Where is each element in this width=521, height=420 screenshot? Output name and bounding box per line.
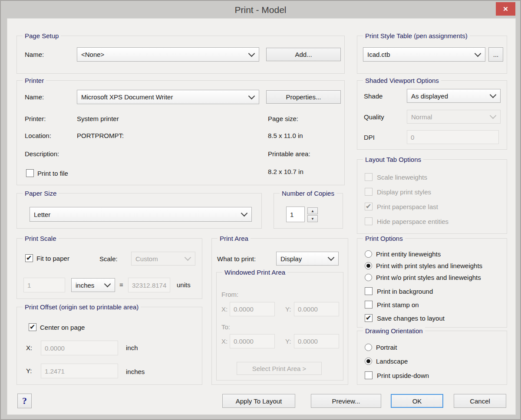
copies-spin-down-button[interactable]: ▼ — [307, 215, 318, 222]
print-in-background-checkbox[interactable] — [365, 287, 373, 295]
print-with-styles-label[interactable]: Print with print styles and lineweights — [376, 262, 482, 269]
from-x-field: 0.0000 — [230, 302, 275, 316]
print-style-value: Icad.ctb — [367, 51, 390, 58]
to-x-field: 0.0000 — [230, 334, 275, 348]
preview-button[interactable]: Preview... — [311, 394, 381, 408]
shade-combo[interactable]: As displayed — [407, 89, 501, 103]
print-to-file-label[interactable]: Print to file — [37, 170, 68, 177]
quality-value: Normal — [411, 113, 432, 121]
printer-name-value: Microsoft XPS Document Writer — [81, 93, 173, 101]
dpi-value: 0 — [411, 134, 414, 141]
print-style-combo[interactable]: Icad.ctb — [363, 47, 485, 62]
scale-combo: Custom — [131, 252, 195, 266]
center-on-page-label[interactable]: Center on page — [40, 324, 85, 331]
offset-x-field: 0.0000 — [41, 341, 118, 355]
apply-to-layout-button[interactable]: Apply To Layout — [222, 394, 295, 408]
to-y-field: 0.0000 — [294, 334, 339, 348]
paper-size-value: Letter — [34, 211, 50, 218]
print-to-file-checkbox[interactable] — [26, 169, 34, 177]
help-button[interactable]: ? — [17, 394, 32, 408]
hide-paperspace-entities-label: Hide paperspace entities — [377, 218, 448, 225]
save-changes-to-layout-label[interactable]: Save changes to layout — [377, 315, 445, 322]
print-upside-down-label[interactable]: Print upside-down — [377, 372, 429, 379]
page-setup-name-value: <None> — [81, 51, 104, 58]
print-stamp-on-label[interactable]: Print stamp on — [377, 301, 419, 308]
chevron-down-icon — [328, 254, 335, 261]
ok-button[interactable]: OK — [391, 394, 443, 408]
print-without-styles-radio[interactable] — [365, 274, 372, 281]
chevron-down-icon — [475, 50, 481, 57]
fit-to-paper-checkbox[interactable] — [25, 254, 33, 262]
print-stamp-on-checkbox[interactable] — [365, 301, 373, 308]
print-area-caption: Print Area — [218, 234, 251, 243]
to-y-label: Y: — [285, 338, 291, 345]
printer-name-label: Name: — [25, 93, 44, 101]
scale-value: Custom — [135, 255, 158, 262]
print-options-caption: Print Options — [363, 234, 405, 243]
scale-value2-field: 32312.8174 — [128, 278, 170, 292]
shade-label: Shade — [364, 92, 383, 100]
from-y-label: Y: — [285, 305, 291, 313]
window-title: Print - Model — [1, 5, 520, 15]
properties-button[interactable]: Properties... — [266, 90, 341, 104]
to-x-label: X: — [221, 338, 228, 345]
spin-down-icon: ▼ — [311, 217, 314, 221]
offset-x-label: X: — [26, 344, 32, 351]
page-setup-caption: Page Setup — [23, 32, 61, 40]
print-with-styles-radio[interactable] — [365, 262, 372, 269]
portrait-label[interactable]: Portrait — [376, 344, 397, 351]
printer-name-combo[interactable]: Microsoft XPS Document Writer — [77, 90, 259, 104]
fit-to-paper-label[interactable]: Fit to paper — [36, 255, 69, 262]
printable-area-label: Printable area: — [268, 150, 310, 158]
what-to-print-label: What to print: — [217, 255, 256, 262]
paper-size-combo[interactable]: Letter — [30, 207, 252, 222]
select-print-area-button: Select Print Area > — [237, 362, 322, 375]
dpi-field: 0 — [407, 130, 499, 144]
printer-caption: Printer — [23, 76, 46, 85]
from-y-field: 0.0000 — [294, 302, 339, 316]
print-upside-down-checkbox[interactable] — [365, 371, 373, 379]
offset-y-label: Y: — [26, 367, 32, 374]
display-print-styles-checkbox — [365, 188, 373, 196]
print-dialog-window: Print - Model ✕ Page Setup Name: <None> … — [0, 0, 521, 420]
copies-field[interactable]: 1 — [286, 207, 305, 222]
page-size-label: Page size: — [268, 115, 298, 122]
question-mark-icon: ? — [22, 395, 27, 407]
copies-spin-up-button[interactable]: ▲ — [307, 207, 318, 214]
print-paperspace-last-checkbox — [365, 203, 373, 210]
copies-value: 1 — [290, 211, 293, 218]
print-entity-lineweights-radio[interactable] — [365, 250, 372, 258]
page-size-value: 8.5 x 11.0 in — [268, 132, 303, 139]
dpi-label: DPI — [364, 134, 375, 141]
print-entity-lineweights-label[interactable]: Print entity lineweights — [376, 250, 441, 258]
add-button[interactable]: Add... — [266, 48, 341, 61]
from-x-value: 0.0000 — [234, 305, 254, 313]
chevron-down-icon — [248, 50, 255, 57]
landscape-label[interactable]: Landscape — [376, 358, 408, 365]
offset-y-field: 1.2471 — [41, 364, 118, 378]
scale-unit-value: inches — [76, 282, 94, 289]
from-label: From: — [221, 291, 238, 298]
save-changes-to-layout-checkbox[interactable] — [365, 314, 373, 322]
hide-paperspace-entities-checkbox — [365, 217, 373, 225]
print-style-browse-button[interactable]: ... — [488, 47, 503, 62]
drawing-orientation-caption: Drawing Orientation — [363, 327, 425, 335]
print-scale-caption: Print Scale — [23, 234, 59, 243]
location-row-label: Location: — [25, 132, 51, 139]
scale-unit-combo[interactable]: inches — [71, 278, 115, 292]
center-on-page-checkbox[interactable] — [29, 323, 36, 331]
what-to-print-combo[interactable]: Display — [276, 252, 339, 266]
page-setup-name-combo[interactable]: <None> — [77, 47, 259, 62]
printer-row-label: Printer: — [25, 115, 46, 122]
print-in-background-label[interactable]: Print in background — [377, 288, 433, 295]
description-row-label: Description: — [25, 150, 59, 158]
close-button[interactable]: ✕ — [496, 2, 515, 16]
landscape-radio[interactable] — [365, 358, 372, 365]
chevron-down-icon — [241, 210, 248, 217]
print-without-styles-label[interactable]: Print w/o print styles and lineweights — [376, 274, 481, 281]
windowed-print-area-caption: Windowed Print Area — [222, 268, 287, 276]
cancel-button[interactable]: Cancel — [454, 394, 506, 408]
paper-size-caption: Paper Size — [23, 189, 59, 197]
portrait-radio[interactable] — [365, 344, 372, 351]
printable-area-value: 8.2 x 10.7 in — [268, 168, 303, 175]
